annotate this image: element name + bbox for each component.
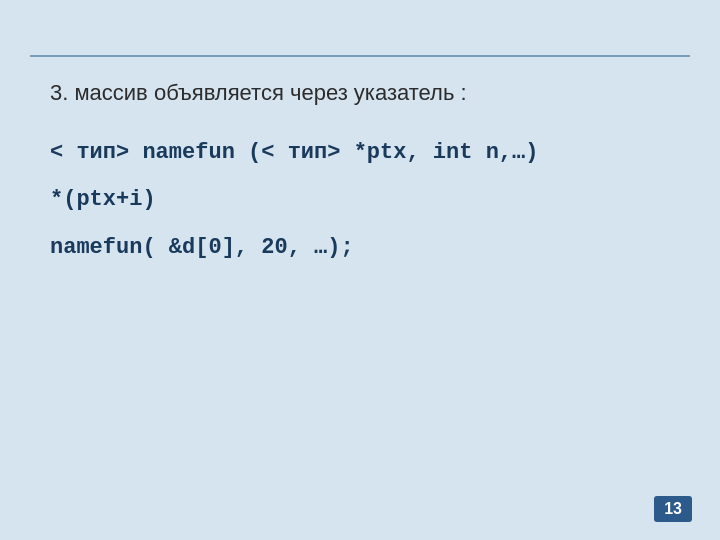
slide: 3. массив объявляется через указатель : … [0,0,720,540]
code-block: < тип> namefun (< тип> *ptx, int n,…) *(… [50,134,670,276]
code-line-1: < тип> namefun (< тип> *ptx, int n,…) [50,134,670,171]
top-divider [30,55,690,57]
page-number: 13 [654,496,692,522]
code-line-3: namefun( &d[0], 20, …); [50,229,670,266]
slide-heading: 3. массив объявляется через указатель : [50,80,670,106]
content-area: 3. массив объявляется через указатель : … [50,80,670,276]
code-line-2: *(ptx+i) [50,181,670,218]
